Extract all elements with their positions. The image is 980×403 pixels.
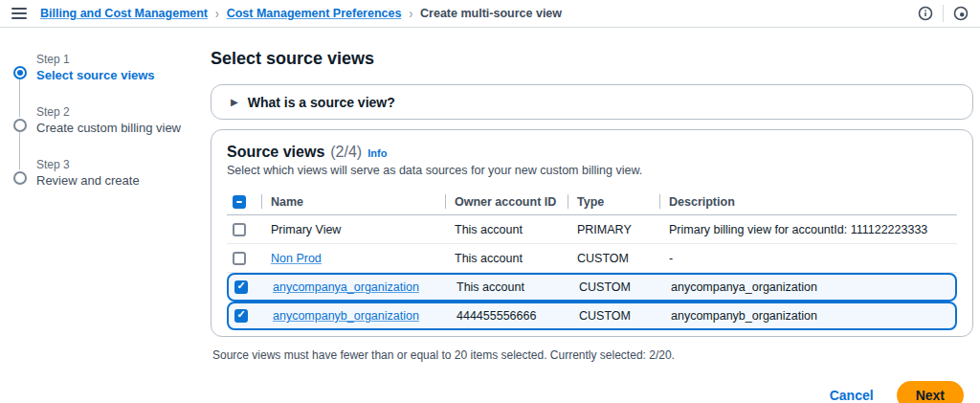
cell-owner-account-id: 444455556666	[447, 309, 569, 323]
selected-count-badge: (2/4)	[330, 144, 362, 161]
cell-type: CUSTOM	[568, 252, 659, 265]
cell-type: CUSTOM	[569, 280, 661, 294]
row-checkbox[interactable]	[233, 223, 246, 236]
wizard-step-3[interactable]: Step 3 Review and create	[13, 158, 201, 211]
topbar-divider	[943, 5, 944, 22]
main-content: Select source views ▶ What is a source v…	[211, 28, 980, 403]
expander-title: What is a source view?	[248, 95, 395, 110]
step-active-radio-icon	[13, 66, 27, 79]
wizard-actions: Cancel Next	[211, 381, 973, 403]
table-row[interactable]: Non Prod This account CUSTOM -	[227, 244, 957, 273]
cell-owner-account-id: This account	[447, 280, 569, 294]
triangle-right-icon: ▶	[231, 97, 238, 107]
hamburger-menu-icon[interactable]	[11, 8, 27, 19]
step-title: Review and create	[36, 173, 140, 188]
cell-owner-account-id: This account	[445, 223, 568, 236]
row-checkbox-cell	[227, 215, 261, 243]
select-all-cell	[227, 189, 261, 214]
row-checkbox[interactable]	[234, 280, 248, 294]
table-body: Primary View This account PRIMARY Primar…	[227, 215, 957, 330]
info-link[interactable]: Info	[368, 147, 387, 159]
row-checkbox[interactable]	[233, 252, 246, 265]
column-header-name[interactable]: Name	[261, 189, 445, 214]
cell-owner-account-id: This account	[445, 252, 568, 265]
chevron-right-icon: ›	[409, 6, 412, 21]
step-number-label: Step 3	[36, 158, 140, 171]
clock-icon[interactable]	[953, 6, 969, 21]
column-header-owner[interactable]: Owner account ID	[445, 189, 568, 214]
source-views-table: Name Owner account ID Type Description P…	[227, 189, 957, 336]
cell-description: anycompanyb_organization	[661, 309, 955, 323]
row-checkbox-cell	[229, 275, 263, 300]
row-checkbox-cell	[229, 303, 263, 328]
breadcrumb-current-page: Create multi-source view	[420, 7, 562, 20]
cell-type: CUSTOM	[569, 309, 661, 323]
row-checkbox-cell	[227, 244, 261, 272]
cell-name: Primary View	[261, 223, 445, 236]
panel-description: Select which views will serve as data so…	[227, 164, 957, 177]
breadcrumb-billing-link[interactable]: Billing and Cost Management	[40, 7, 208, 20]
step-number-label: Step 2	[36, 105, 181, 119]
cell-description: -	[659, 252, 957, 265]
chevron-right-icon: ›	[215, 6, 219, 21]
source-views-panel: Source views (2/4) Info Select which vie…	[211, 129, 973, 337]
step-title[interactable]: Select source views	[36, 68, 155, 82]
table-row[interactable]: anycompanya_organization This account CU…	[227, 273, 957, 302]
column-header-type[interactable]: Type	[568, 189, 659, 214]
info-icon[interactable]	[918, 6, 933, 21]
cell-description: Primary billing view for accountId: 1111…	[659, 223, 957, 236]
select-all-checkbox[interactable]	[233, 195, 246, 209]
table-header-row: Name Owner account ID Type Description	[227, 189, 957, 215]
cell-description: anycompanya_organization	[661, 280, 955, 294]
view-name[interactable]: anycompanya_organization	[273, 280, 419, 294]
breadcrumb: Billing and Cost Management › Cost Manag…	[40, 7, 562, 20]
panel-header: Source views (2/4) Info	[227, 144, 957, 161]
what-is-source-view-expander[interactable]: ▶ What is a source view?	[211, 84, 973, 120]
table-row[interactable]: Primary View This account PRIMARY Primar…	[227, 215, 957, 244]
cell-name: anycompanyb_organization	[263, 309, 447, 323]
top-navigation-bar: Billing and Cost Management › Cost Manag…	[0, 0, 980, 28]
view-name[interactable]: anycompanyb_organization	[273, 309, 419, 323]
step-number-label: Step 1	[36, 53, 155, 66]
cell-name: Non Prod	[261, 252, 445, 265]
cell-type: PRIMARY	[568, 223, 659, 236]
wizard-steps-sidebar: Step 1 Select source views Step 2 Create…	[0, 28, 211, 403]
breadcrumb-preferences-link[interactable]: Cost Management Preferences	[227, 7, 402, 20]
step-title: Create custom billing view	[36, 121, 181, 135]
step-inactive-radio-icon	[13, 119, 27, 132]
cancel-button[interactable]: Cancel	[830, 388, 874, 403]
column-header-description[interactable]: Description	[659, 189, 957, 214]
page-title: Select source views	[211, 49, 973, 69]
step-inactive-radio-icon	[13, 171, 27, 185]
topbar-right-icons	[918, 5, 969, 22]
view-name[interactable]: Non Prod	[271, 252, 322, 265]
next-button[interactable]: Next	[897, 381, 964, 403]
selection-constraint-note: Source views must have fewer than or equ…	[212, 348, 973, 362]
wizard-step-1[interactable]: Step 1 Select source views	[13, 53, 201, 105]
row-checkbox[interactable]	[234, 309, 248, 323]
wizard-step-2[interactable]: Step 2 Create custom billing view	[13, 105, 201, 158]
view-name: Primary View	[271, 223, 341, 236]
cell-name: anycompanya_organization	[263, 280, 447, 294]
table-row[interactable]: anycompanyb_organization 444455556666 CU…	[227, 302, 957, 330]
panel-title: Source views	[227, 144, 324, 161]
